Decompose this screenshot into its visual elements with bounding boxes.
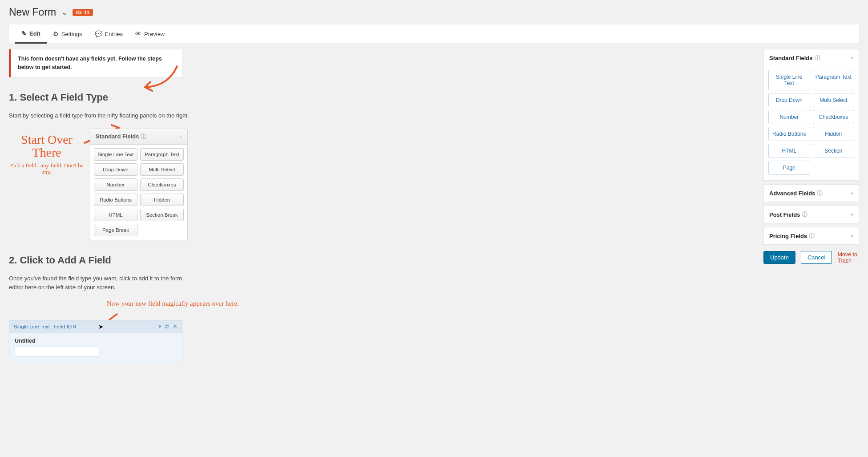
section-2-text: Once you've found the field type you wan… (9, 274, 196, 291)
tab-entries[interactable]: 💬 Entries (89, 24, 129, 43)
close-icon[interactable]: ✕ (173, 323, 178, 330)
caret-down-icon: ▾ (851, 234, 853, 239)
field-radio-buttons[interactable]: Radio Buttons (768, 127, 810, 141)
sidebar-post-fields: Post Fields ⓘ ▾ (763, 206, 859, 223)
help-icon: ⓘ (815, 54, 820, 62)
annotation-start-over-there: Start Over There Pick a field.. any fiel… (9, 129, 85, 176)
mini-field-hidden[interactable]: Hidden (140, 194, 184, 206)
mini-field-page-break[interactable]: Page Break (94, 224, 137, 236)
eye-icon: 👁 (135, 30, 141, 37)
annotation-small: Pick a field.. any field. Don't be shy. (9, 162, 85, 176)
form-id-badge: ID: 11 (73, 9, 93, 16)
annotation-arrow-icon (137, 64, 182, 95)
mini-panel-title: Standard Fields (96, 133, 139, 140)
cursor-icon: ➤ (98, 323, 104, 330)
mini-field-section-break[interactable]: Section Break (140, 209, 184, 221)
action-row: Update Cancel Move to Trash (763, 251, 859, 264)
help-icon: ⓘ (802, 210, 807, 218)
tab-settings[interactable]: ⚙ Settings (47, 24, 89, 43)
mini-field-paragraph-text[interactable]: Paragraph Text (140, 148, 184, 161)
field-preview-label: Untitled (15, 338, 177, 344)
page-header: New Form ⌄ ID: 11 (9, 4, 859, 24)
field-html[interactable]: HTML (768, 144, 810, 158)
sidebar-standard-title: Standard Fields (769, 55, 813, 61)
mini-field-drop-down[interactable]: Drop Down (94, 163, 137, 176)
caret-down-icon[interactable]: ▾ (158, 323, 161, 330)
field-preview-input[interactable] (15, 347, 99, 356)
tab-settings-label: Settings (61, 31, 82, 37)
field-paragraph-text[interactable]: Paragraph Text (813, 70, 855, 90)
tab-edit-label: Edit (29, 30, 40, 37)
mini-field-html[interactable]: HTML (94, 209, 137, 221)
sidebar-standard-header[interactable]: Standard Fields ⓘ ▾ (764, 49, 859, 66)
sidebar-pricing-fields: Pricing Fields ⓘ ▾ (763, 227, 859, 245)
help-icon: ⓘ (817, 189, 823, 197)
help-icon: ⓘ (809, 232, 815, 240)
update-button[interactable]: Update (763, 251, 795, 264)
section-1-heading: 1. Select A Field Type (9, 92, 755, 103)
tab-entries-label: Entries (105, 31, 123, 37)
chevron-down-icon[interactable]: ⌄ (61, 8, 67, 16)
chat-icon: 💬 (95, 30, 102, 37)
tab-preview[interactable]: 👁 Preview (129, 24, 171, 43)
section-1-text: Start by selecting a field type from the… (9, 111, 196, 120)
sidebar-advanced-header[interactable]: Advanced Fields ⓘ ▾ (764, 185, 859, 202)
edit-icon: ✎ (21, 30, 27, 37)
mini-field-single-line-text[interactable]: Single Line Text (94, 148, 137, 161)
field-preview-title: Single Line Text : Field ID 8 (14, 324, 76, 329)
gears-icon: ⚙ (53, 30, 59, 37)
field-preview-header[interactable]: Single Line Text : Field ID 8 ▾ ⧉ ✕ (9, 320, 182, 333)
caret-down-icon: ▾ (851, 191, 853, 196)
annotation-field-appears: Now your new field magically appears ove… (107, 299, 239, 307)
mini-field-checkboxes[interactable]: Checkboxes (140, 178, 184, 191)
cancel-button[interactable]: Cancel (801, 251, 832, 264)
sidebar-pricing-header[interactable]: Pricing Fields ⓘ ▾ (764, 227, 859, 244)
help-icon: ⓘ (141, 133, 146, 140)
duplicate-icon[interactable]: ⧉ (165, 323, 169, 330)
tab-bar: ✎ Edit ⚙ Settings 💬 Entries 👁 Preview (9, 24, 859, 44)
sidebar-advanced-fields: Advanced Fields ⓘ ▾ (763, 184, 859, 202)
field-preview[interactable]: Single Line Text : Field ID 8 ▾ ⧉ ✕ ➤ Un… (9, 320, 182, 363)
tab-preview-label: Preview (144, 31, 165, 37)
form-title: New Form (9, 6, 56, 18)
section-2-heading: 2. Click to Add A Field (9, 255, 755, 266)
field-single-line-text[interactable]: Single Line Text (768, 70, 810, 90)
sidebar-standard-fields: Standard Fields ⓘ ▾ Single Line Text Par… (763, 49, 859, 181)
field-page[interactable]: Page (768, 161, 810, 175)
field-multi-select[interactable]: Multi Select (813, 93, 855, 107)
mini-field-radio-buttons[interactable]: Radio Buttons (94, 194, 137, 206)
field-drop-down[interactable]: Drop Down (768, 93, 810, 107)
sidebar-pricing-title: Pricing Fields (769, 233, 807, 239)
standard-fields-mini-panel: Standard Fields ⓘ ▸ Single Line Text Par… (90, 129, 188, 240)
mini-field-multi-select[interactable]: Multi Select (140, 163, 184, 176)
field-checkboxes[interactable]: Checkboxes (813, 110, 855, 124)
caret-icon: ▸ (180, 134, 182, 139)
field-section[interactable]: Section (813, 144, 855, 158)
move-to-trash-link[interactable]: Move to Trash (837, 251, 859, 264)
mini-field-number[interactable]: Number (94, 178, 137, 191)
sidebar-post-header[interactable]: Post Fields ⓘ ▾ (764, 206, 859, 223)
caret-down-icon: ▾ (851, 212, 853, 217)
field-hidden[interactable]: Hidden (813, 127, 855, 141)
tab-edit[interactable]: ✎ Edit (15, 24, 47, 44)
mini-panel-header[interactable]: Standard Fields ⓘ ▸ (90, 129, 187, 145)
sidebar-post-title: Post Fields (769, 211, 800, 218)
annotation-big: Start Over There (9, 133, 85, 159)
caret-down-icon: ▾ (851, 56, 853, 61)
field-number[interactable]: Number (768, 110, 810, 124)
sidebar-advanced-title: Advanced Fields (769, 190, 815, 197)
